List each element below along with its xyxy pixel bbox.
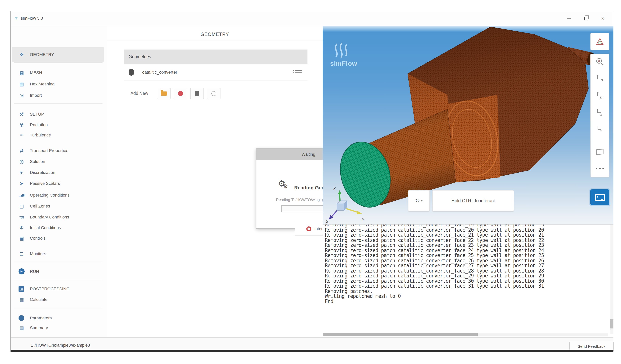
console-line: Removing zero-sized patch catalitic_conv…: [325, 232, 608, 238]
maximize-button[interactable]: [579, 11, 594, 25]
sidebar-item-label: Transport Properties: [30, 148, 68, 153]
console-toggle-button[interactable]: [590, 189, 609, 205]
boundary-conditions-icon: ππ: [17, 215, 26, 219]
sidebar-item-run[interactable]: ▶RUN: [12, 266, 105, 276]
sidebar-item-turbulence[interactable]: ≈Turbulence: [12, 130, 105, 140]
more-options-button[interactable]: [591, 162, 609, 175]
view-scale-icon: [596, 125, 604, 133]
passive-scalars-icon: ➤: [17, 181, 26, 186]
viewport-3d[interactable]: simFlow: [323, 26, 613, 224]
console-line: Removing zero-sized patch catalitic_conv…: [325, 253, 608, 258]
simflow-flame-icon: [329, 37, 356, 59]
sidebar-divider: [14, 280, 103, 280]
geometry-menu-icon[interactable]: [295, 69, 302, 75]
add-shape-icon: [178, 91, 183, 96]
rotate-mode-button[interactable]: ↻▾: [408, 190, 430, 211]
sidebar-item-label: Monitors: [30, 251, 46, 256]
console-line: Removing zero-sized patch catalitic_conv…: [325, 268, 608, 273]
sidebar-item-radiation[interactable]: ☢Radiation: [12, 120, 105, 130]
sidebar-item-geometry[interactable]: ❖GEOMETRY: [12, 47, 104, 62]
calculate-icon: ▧: [17, 297, 26, 302]
box-select-icon: [595, 148, 605, 156]
close-button[interactable]: ×: [595, 11, 610, 25]
sidebar-item-label: POSTPROCESSING: [30, 286, 69, 291]
add-geometry-file-icon: [161, 91, 167, 96]
hold-ctrl-button[interactable]: Hold CTRL to interact: [432, 190, 514, 211]
add-new-label: Add New: [130, 91, 152, 96]
dialog-title: Waiting: [302, 152, 315, 156]
geometry-list-item[interactable]: catalitic_converter: [124, 64, 308, 81]
sidebar-item-parameters[interactable]: Parameters: [12, 313, 105, 323]
sidebar: ❖GEOMETRY▦MESH▩Hex Meshing⇲Import⚒SETUP☢…: [11, 26, 107, 337]
console-horizontal-scrollbar[interactable]: [323, 333, 608, 336]
sidebar-item-label: Initial Conditions: [30, 225, 61, 230]
sidebar-item-operating-conditions[interactable]: ▂▄▆Operating Conditions: [12, 190, 105, 200]
title-bar[interactable]: ≋ simFlow 3.0 ×: [11, 11, 613, 26]
console-line: Removing zero-sized patch catalitic_conv…: [325, 227, 608, 232]
sidebar-item-discretization[interactable]: ⊞Discretization: [12, 167, 105, 177]
axis-triad: Z Y X: [323, 177, 376, 224]
sidebar-item-controls[interactable]: ▣Controls: [12, 233, 105, 243]
terminal-icon: [595, 194, 605, 201]
geometries-section-header: Geometries: [124, 50, 308, 64]
geometry-panel: GEOMETRY Geometries catalitic_converter …: [107, 26, 323, 337]
add-geometry-file-button[interactable]: [157, 88, 171, 99]
view-orientation-x-button[interactable]: [591, 72, 609, 85]
sidebar-item-label: Operating Conditions: [30, 193, 69, 197]
add-sphere-button[interactable]: [207, 88, 221, 99]
solution-icon: ◎: [17, 159, 26, 164]
postprocessing-icon: ▂▆: [18, 286, 24, 292]
viewport-toolbar: [590, 54, 609, 177]
simflow-logo: simFlow: [329, 37, 371, 61]
zoom-fit-button[interactable]: [591, 55, 609, 68]
send-feedback-button[interactable]: Send Feedback: [569, 342, 614, 351]
add-new-row: Add New: [124, 86, 308, 101]
sidebar-item-solution[interactable]: ◎Solution: [12, 156, 105, 166]
window-title: simFlow 3.0: [21, 16, 43, 20]
sidebar-item-import[interactable]: ⇲Import: [12, 90, 105, 100]
console-vertical-scrollbar[interactable]: [610, 225, 613, 334]
sidebar-items: ❖GEOMETRY▦MESH▩Hex Meshing⇲Import⚒SETUP☢…: [11, 26, 107, 337]
add-cylinder-button[interactable]: [190, 88, 204, 99]
geometry-icon: ❖: [17, 51, 26, 57]
sidebar-item-label: Solution: [30, 159, 45, 164]
sidebar-item-initial-conditions[interactable]: ΦInitial Conditions: [12, 223, 105, 232]
transport-properties-icon: ⇄: [17, 148, 26, 153]
minimize-button[interactable]: [561, 11, 576, 25]
scrollbar-thumb[interactable]: [610, 319, 613, 329]
import-icon: ⇲: [17, 92, 26, 98]
sidebar-item-monitors[interactable]: ⊡Monitors: [12, 249, 105, 259]
view-scale-button[interactable]: [591, 123, 609, 136]
console-line: Removing zero-sized patch catalitic_conv…: [325, 248, 608, 253]
sidebar-item-transport-properties[interactable]: ⇄Transport Properties: [12, 146, 105, 155]
sidebar-item-label: Passive Scalars: [30, 181, 60, 186]
sidebar-item-cell-zones[interactable]: ▢Cell Zones: [12, 201, 105, 211]
run-icon: ▶: [18, 268, 25, 274]
sidebar-item-postprocessing[interactable]: ▂▆POSTPROCESSING: [12, 284, 105, 294]
view-orientation-y-button[interactable]: [591, 89, 609, 102]
sidebar-item-label: Cell Zones: [30, 204, 50, 208]
sidebar-item-calculate[interactable]: ▧Calculate: [12, 295, 105, 304]
sidebar-item-passive-scalars[interactable]: ➤Passive Scalars: [12, 178, 105, 188]
maximize-restore-icon: [584, 17, 588, 20]
sidebar-item-mesh[interactable]: ▦MESH: [12, 68, 105, 78]
sidebar-item-label: Summary: [30, 325, 48, 330]
sidebar-item-boundary-conditions[interactable]: ππBoundary Conditions: [12, 212, 105, 222]
sidebar-item-label: Discretization: [30, 170, 55, 175]
sidebar-item-setup[interactable]: ⚒SETUP: [12, 109, 105, 119]
box-select-button[interactable]: [591, 146, 609, 158]
console-output[interactable]: Removing zero-sized patch catalitic_conv…: [323, 224, 613, 338]
gears-icon: ⚙⚙: [278, 179, 285, 189]
axis-x-label: X: [326, 219, 329, 224]
sidebar-divider: [14, 62, 103, 63]
sidebar-item-summary[interactable]: ▤Summary: [12, 323, 105, 333]
radiation-icon: ☢: [17, 122, 26, 128]
app-logo-icon: ≋: [14, 16, 18, 21]
view-orientation-z-button[interactable]: [591, 106, 609, 119]
add-shape-button[interactable]: [173, 88, 187, 99]
panel-title: GEOMETRY: [107, 32, 323, 37]
scrollbar-thumb[interactable]: [323, 333, 478, 336]
sidebar-item-label: Hex Meshing: [30, 82, 55, 86]
sidebar-item-hex-meshing[interactable]: ▩Hex Meshing: [12, 79, 105, 89]
normals-triangle-button[interactable]: [590, 33, 609, 50]
